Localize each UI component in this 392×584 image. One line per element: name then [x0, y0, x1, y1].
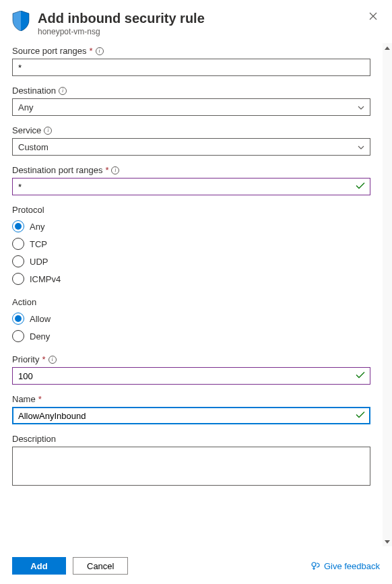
radio-icon: [12, 273, 24, 285]
scroll-down-icon[interactable]: [383, 537, 392, 546]
destination-select[interactable]: Any: [12, 98, 370, 116]
action-radio-group: Allow Deny: [12, 310, 370, 345]
description-input[interactable]: [12, 447, 370, 486]
service-select[interactable]: Custom: [12, 138, 370, 156]
name-input[interactable]: [12, 407, 370, 424]
destination-value: Any: [18, 102, 33, 112]
priority-input[interactable]: [12, 367, 370, 385]
panel-title: Add inbound security rule: [38, 9, 358, 27]
scroll-up-icon[interactable]: [383, 43, 392, 53]
info-icon[interactable]: i: [59, 87, 67, 95]
field-action: Action Allow Deny: [12, 297, 370, 345]
required-asterisk: *: [38, 394, 42, 404]
info-icon[interactable]: i: [96, 47, 104, 55]
field-name: Name *: [12, 394, 370, 424]
required-asterisk: *: [105, 165, 108, 175]
label-source-port-ranges: Source port ranges: [12, 46, 87, 56]
protocol-radio-icmpv4[interactable]: ICMPv4: [12, 270, 370, 288]
label-dest-port-ranges: Destination port ranges: [12, 165, 102, 175]
feedback-icon: [311, 561, 320, 571]
radio-label: Any: [30, 222, 44, 232]
radio-icon: [12, 313, 24, 325]
chevron-down-icon: [358, 104, 364, 111]
field-service: Service i Custom: [12, 125, 370, 156]
label-protocol: Protocol: [12, 205, 44, 215]
label-service: Service: [12, 125, 41, 135]
radio-label: ICMPv4: [30, 274, 61, 284]
panel-footer: Add Cancel Give feedback: [0, 548, 392, 584]
info-icon[interactable]: i: [111, 166, 119, 174]
add-button[interactable]: Add: [12, 557, 66, 575]
protocol-radio-group: Any TCP UDP ICMPv4: [12, 218, 370, 288]
feedback-label: Give feedback: [324, 561, 380, 571]
radio-label: TCP: [30, 239, 47, 249]
field-priority: Priority * i: [12, 354, 370, 385]
svg-point-0: [312, 562, 316, 566]
source-port-ranges-input[interactable]: [12, 59, 370, 76]
field-dest-port-ranges: Destination port ranges * i: [12, 165, 370, 195]
protocol-radio-tcp[interactable]: TCP: [12, 235, 370, 253]
close-button[interactable]: [366, 9, 380, 23]
radio-icon: [12, 238, 24, 250]
info-icon[interactable]: i: [44, 127, 52, 135]
panel-header: Add inbound security rule honeypot-vm-ns…: [0, 0, 392, 42]
radio-icon: [12, 220, 24, 232]
field-description: Description: [12, 434, 370, 488]
required-asterisk: *: [90, 46, 93, 56]
protocol-radio-udp[interactable]: UDP: [12, 253, 370, 270]
dest-port-ranges-input[interactable]: [12, 178, 370, 195]
shield-icon: [12, 11, 30, 33]
radio-icon: [12, 330, 24, 342]
field-source-port-ranges: Source port ranges * i: [12, 46, 370, 76]
radio-icon: [12, 255, 24, 267]
label-action: Action: [12, 297, 36, 307]
label-name: Name: [12, 394, 36, 404]
action-radio-allow[interactable]: Allow: [12, 310, 370, 327]
chevron-down-icon: [358, 143, 364, 151]
protocol-radio-any[interactable]: Any: [12, 218, 370, 235]
label-destination: Destination: [12, 86, 56, 96]
required-asterisk: *: [42, 354, 45, 364]
radio-label: Allow: [30, 314, 51, 324]
cancel-button[interactable]: Cancel: [73, 557, 128, 575]
action-radio-deny[interactable]: Deny: [12, 327, 370, 345]
info-icon[interactable]: i: [48, 356, 57, 364]
field-destination: Destination i Any: [12, 86, 370, 116]
give-feedback-link[interactable]: Give feedback: [311, 561, 380, 571]
radio-label: UDP: [30, 257, 48, 267]
label-priority: Priority: [12, 354, 39, 364]
field-protocol: Protocol Any TCP UDP: [12, 205, 370, 288]
label-description: Description: [12, 434, 56, 444]
service-value: Custom: [18, 142, 48, 152]
radio-label: Deny: [30, 331, 50, 342]
panel-subtitle: honeypot-vm-nsg: [38, 27, 358, 36]
scrollbar[interactable]: [383, 43, 392, 546]
